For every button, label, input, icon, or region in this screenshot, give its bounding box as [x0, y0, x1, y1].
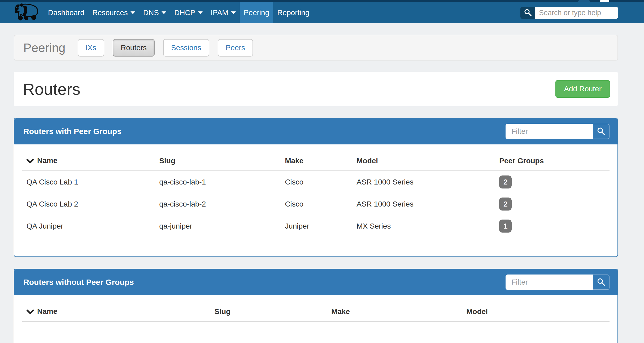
panel-routers-with-peer-groups: Routers with Peer Groups	[14, 118, 618, 257]
router-peer-groups-cell: 2	[495, 193, 610, 215]
nav-item-dashboard[interactable]: Dashboard	[44, 2, 88, 23]
nav-item-resources[interactable]: Resources	[88, 2, 139, 23]
chevron-down-icon	[162, 11, 166, 14]
panel-title: Routers with Peer Groups	[23, 127, 121, 136]
router-name-cell[interactable]: QA Cisco Lab 1	[22, 171, 155, 193]
router-model-cell: MX Series	[352, 215, 495, 237]
router-name-cell[interactable]: QA Cisco Lab 2	[22, 193, 155, 215]
column-header-name[interactable]: Name	[22, 152, 155, 171]
nav-item-label: DHCP	[174, 8, 195, 17]
column-header-model[interactable]: Model	[352, 152, 495, 171]
nav-item-label: Resources	[92, 8, 128, 17]
nav-item-ipam[interactable]: IPAM	[207, 2, 240, 23]
global-search-button[interactable]	[520, 7, 535, 19]
panel-heading: Routers with Peer Groups	[14, 118, 617, 144]
peer-groups-count-badge[interactable]: 2	[499, 175, 512, 188]
search-icon	[597, 278, 605, 287]
filter-input[interactable]	[506, 275, 593, 290]
router-peer-groups-cell: 2	[495, 171, 610, 193]
router-make-cell: Cisco	[281, 171, 352, 193]
browser-tab-artifact	[600, 0, 609, 2]
table-row: QA Cisco Lab 2 qa-cisco-lab-2 Cisco ASR …	[22, 193, 610, 215]
router-make-cell: Juniper	[281, 215, 352, 237]
router-model-cell: ASR 1000 Series	[352, 193, 495, 215]
router-make-cell: Cisco	[281, 193, 352, 215]
routers-without-peer-groups-table: Name Slug Make Model	[22, 303, 610, 322]
column-header-label: Name	[37, 156, 57, 165]
column-header-model[interactable]: Model	[462, 303, 610, 322]
browser-chrome-strip	[0, 0, 644, 2]
tab-routers[interactable]: Routers	[113, 39, 155, 57]
chevron-down-icon	[130, 11, 135, 14]
nav-item-label: Dashboard	[48, 8, 84, 17]
tab-sessions[interactable]: Sessions	[163, 39, 209, 57]
panel-routers-without-peer-groups: Routers without Peer Groups	[14, 269, 618, 343]
column-header-label: Make	[285, 157, 303, 165]
nav-item-label: Peering	[244, 8, 269, 17]
column-header-label: Make	[331, 307, 350, 316]
column-header-slug[interactable]: Slug	[155, 152, 281, 171]
add-router-button[interactable]: Add Router	[555, 80, 610, 98]
filter-search-button[interactable]	[593, 124, 610, 139]
panel-heading: Routers without Peer Groups	[14, 269, 617, 295]
nav-item-label: IPAM	[211, 8, 228, 17]
nav-item-label: DNS	[143, 8, 159, 17]
tab-ixs[interactable]: IXs	[78, 39, 104, 57]
chevron-down-icon	[231, 11, 236, 14]
column-header-peer-groups[interactable]: Peer Groups	[495, 152, 610, 171]
panel-body: Name Slug Make Model Peer Groups QA Cisc…	[14, 144, 617, 256]
main-container: Peering IXs Routers Sessions Peers Route…	[14, 35, 618, 343]
table-row: QA Cisco Lab 1 qa-cisco-lab-1 Cisco ASR …	[22, 171, 610, 193]
navbar-menu: Dashboard Resources DNS DHCP IPAM Peerin…	[44, 2, 314, 23]
column-header-label: Model	[466, 307, 488, 316]
search-icon	[597, 127, 605, 136]
column-header-label: Name	[37, 307, 57, 315]
column-header-label: Slug	[214, 307, 230, 316]
router-peer-groups-cell: 1	[495, 215, 610, 237]
column-header-name[interactable]: Name	[22, 303, 210, 322]
table-header-row: Name Slug Make Model	[22, 303, 610, 322]
router-slug-cell: qa-cisco-lab-2	[155, 193, 281, 215]
global-search	[520, 7, 618, 19]
column-header-make[interactable]: Make	[327, 303, 462, 322]
global-search-input[interactable]	[535, 7, 618, 19]
table-header-row: Name Slug Make Model Peer Groups	[22, 152, 610, 171]
panel-bottom-spacer	[22, 237, 610, 256]
nav-item-dhcp[interactable]: DHCP	[170, 2, 207, 23]
tab-peers[interactable]: Peers	[218, 39, 253, 57]
router-slug-cell: qa-juniper	[155, 215, 281, 237]
nav-item-reporting[interactable]: Reporting	[273, 2, 313, 23]
filter-input[interactable]	[506, 124, 593, 139]
router-name-cell[interactable]: QA Juniper	[22, 215, 155, 237]
nav-item-label: Reporting	[277, 8, 309, 17]
routers-with-peer-groups-table: Name Slug Make Model Peer Groups QA Cisc…	[22, 152, 610, 237]
panel-bottom-spacer	[22, 322, 610, 343]
page-header-well: Peering IXs Routers Sessions Peers	[14, 35, 618, 61]
top-navbar: Dashboard Resources DNS DHCP IPAM Peerin…	[0, 2, 644, 23]
nav-item-peering[interactable]: Peering	[240, 2, 273, 23]
filter-search-button[interactable]	[593, 275, 610, 290]
router-slug-cell: qa-cisco-lab-1	[155, 171, 281, 193]
panel-body: Name Slug Make Model	[14, 295, 617, 343]
filter-group	[506, 124, 610, 139]
column-header-label: Slug	[159, 157, 175, 165]
column-header-slug[interactable]: Slug	[210, 303, 327, 322]
column-header-make[interactable]: Make	[281, 152, 352, 171]
page-title: Peering	[23, 41, 66, 55]
peer-groups-count-badge[interactable]: 1	[499, 220, 512, 233]
router-model-cell: ASR 1000 Series	[352, 171, 495, 193]
table-row: QA Juniper qa-juniper Juniper MX Series …	[22, 215, 610, 237]
sort-desc-icon	[27, 156, 34, 167]
column-header-label: Model	[356, 157, 378, 165]
nav-item-dns[interactable]: DNS	[139, 2, 170, 23]
content-title: Routers	[23, 80, 80, 98]
peer-groups-count-badge[interactable]: 2	[499, 198, 512, 211]
panel-title: Routers without Peer Groups	[23, 278, 134, 287]
browser-tab-artifact-shadow	[578, 0, 590, 2]
column-header-label: Peer Groups	[499, 157, 544, 165]
search-icon	[524, 8, 532, 17]
sort-desc-icon	[27, 306, 34, 318]
app-logo[interactable]	[13, 4, 40, 22]
filter-group	[506, 275, 610, 290]
content-header: Routers Add Router	[14, 72, 618, 106]
